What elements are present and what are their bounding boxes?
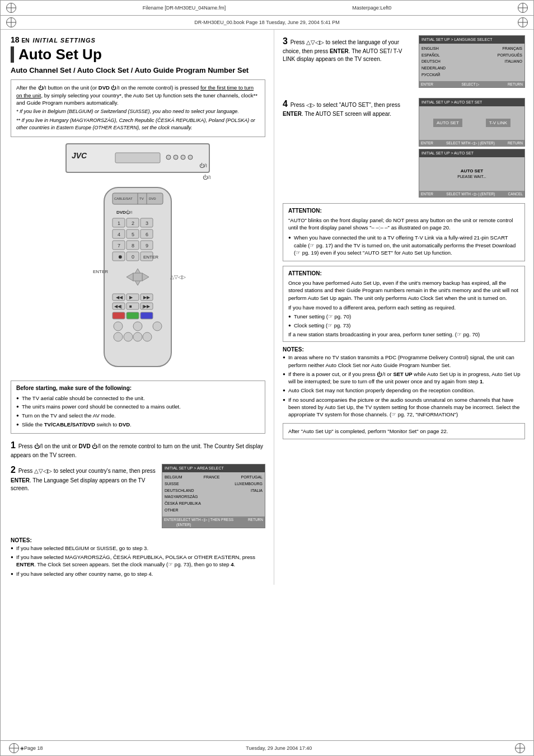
before-item-4: Slide the TV/CABLE/SAT/DVD switch to DVD… [16, 421, 260, 429]
svg-text:7: 7 [118, 243, 120, 248]
svg-rect-62 [140, 312, 153, 319]
svg-point-66 [114, 332, 123, 341]
area-select-screen: INITIAL SET UP > AREA SELECT BELGIUMFRAN… [162, 464, 265, 528]
lang-screen-footer: ENTERSELECT ▷RETURN [419, 81, 524, 87]
svg-rect-60 [113, 312, 125, 319]
second-header: DR-MH30EU_00.book Page 18 Tuesday, June … [1, 16, 533, 30]
attention2-title: ATTENTION: [288, 270, 519, 278]
note-left-1: If you have selected BELGIUM or SUISSE, … [11, 544, 265, 552]
svg-point-64 [133, 322, 142, 331]
notes-right-title: NOTES: [283, 346, 525, 353]
area-screen-body: BELGIUMFRANCEPORTUGAL SUISSELUXEMBOURG D… [162, 472, 265, 516]
right-column: 3 Press △▽◁▷ to select the language of y… [274, 30, 533, 585]
svg-point-69 [143, 332, 152, 341]
attention1-bullets: When you have connected the unit to a TV… [288, 234, 519, 256]
svg-text:|▶▶: |▶▶ [142, 304, 151, 309]
svg-text:▶: ▶ [129, 295, 133, 300]
lang-select-screen: INITIAL SET UP > LANGUAGE SELECT ENGLISH… [419, 35, 525, 88]
lang-screen-header: INITIAL SET UP > LANGUAGE SELECT [419, 36, 524, 44]
second-left-crosshair [6, 17, 16, 27]
section-header: 18 EN INITIAL SETTINGS [11, 35, 265, 44]
footnote2: ** If you live in Hungary (MAGYARORSZÁG)… [16, 117, 260, 131]
svg-text:4: 4 [118, 232, 120, 237]
left-column: 18 EN INITIAL SETTINGS Auto Set Up Auto … [1, 30, 274, 585]
attention-box-2: ATTENTION: Once you have performed Auto … [283, 266, 525, 342]
footer-right-text: Tuesday, 29 June 2004 17:40 [246, 745, 312, 751]
step2-text: Press △▽◁▷ to select your country's name… [11, 468, 156, 491]
top-header: Filename [DR-MH30EU_04Name.fm] Masterpag… [1, 1, 533, 16]
svg-point-68 [133, 332, 142, 341]
svg-text:6: 6 [146, 232, 148, 237]
attention1-bullet1: When you have connected the unit to a TV… [288, 234, 519, 256]
svg-point-5 [181, 155, 185, 159]
note-right-1: In areas where no TV station transmits a… [283, 354, 525, 369]
top-right-crosshair [518, 3, 528, 13]
step-1: 1 Press ⏻/I on the unit or DVD ⏻/I on th… [11, 439, 265, 459]
before-list: The TV aerial cable should be connected … [16, 395, 260, 429]
notes-left-title: NOTES: [11, 537, 265, 543]
masterpage-label: Masterpage:Left0 [352, 5, 391, 11]
section-title: INITIAL SETTINGS [32, 37, 95, 44]
step4-num: 4 [283, 99, 288, 109]
step-2: 2 Press △▽◁▷ to select your country's na… [11, 464, 265, 533]
jvc-device-svg: JVC ⏻/I [65, 143, 210, 173]
bottom-footer: ◈Page 18 Tuesday, 29 June 2004 17:40 [1, 740, 533, 755]
svg-text:9: 9 [146, 243, 148, 248]
autoset-wait-screen: INITIAL SET UP > AUTO SET AUTO SET PLEAS… [419, 149, 525, 198]
svg-text:DVD: DVD [149, 197, 156, 200]
main-content: 18 EN INITIAL SETTINGS Auto Set Up Auto … [1, 30, 533, 585]
svg-text:TV: TV [139, 197, 144, 200]
before-item-3: Turn on the TV and select the AV mode. [16, 412, 260, 420]
step3-num: 3 [283, 36, 288, 46]
attention1-text: "AUTO" blinks on the front display panel… [288, 217, 519, 232]
final-text: After "Auto Set Up" is completed, perfor… [288, 428, 448, 434]
svg-rect-46 [133, 273, 142, 281]
svg-text:⏻/I: ⏻/I [125, 210, 132, 215]
autoset-wait-footer: ENTERSELECT WITH ◁▷ | (ENTER)CANCEL [419, 191, 524, 197]
main-title: Auto Set Up [11, 46, 265, 63]
lang-screen-body: ENGLISHFRANÇAIS ESPAÑOLPORTUGUÊS DEUTSCH… [419, 44, 524, 81]
remote-svg: CABLE/SAT TV DVD DVD ⏻/I 1 2 3 [82, 185, 194, 375]
svg-text:5: 5 [132, 232, 134, 237]
svg-text:△▽◁▷: △▽◁▷ [170, 274, 186, 280]
area-screen-header: INITIAL SET UP > AREA SELECT [162, 464, 265, 472]
remote-illustration: CABLE/SAT TV DVD DVD ⏻/I 1 2 3 [11, 185, 265, 375]
svg-text:8: 8 [132, 243, 134, 248]
svg-text:◀◀: ◀◀ [116, 295, 123, 300]
svg-rect-2 [115, 153, 160, 163]
svg-rect-56 [127, 303, 139, 309]
attention2-bullets: Tuner setting (☞ pg. 70) Clock setting (… [288, 313, 519, 329]
svg-text:0: 0 [132, 254, 134, 260]
before-title: Before starting, make sure of the follow… [16, 384, 260, 393]
svg-text:JVC: JVC [72, 151, 87, 160]
top-left-crosshair [6, 3, 16, 13]
svg-text:1: 1 [118, 220, 120, 226]
step-3: 3 Press △▽◁▷ to select the language of y… [283, 35, 525, 92]
notes-left: NOTES: If you have selected BELGIUM or S… [11, 537, 265, 577]
subtitle: Auto Channel Set / Auto Clock Set / Auto… [11, 66, 265, 76]
svg-text:◀◀|: ◀◀| [114, 304, 122, 309]
svg-text:DVD: DVD [116, 210, 126, 215]
autoset-screen-body: AUTO SET T-V LINK [419, 106, 524, 140]
attention-box-1: ATTENTION: "AUTO" blinks on the front di… [283, 203, 525, 261]
svg-point-67 [124, 332, 133, 341]
notes-right-list: In areas where no TV station transmits a… [283, 354, 525, 418]
attention2-text3: If a new station starts broadcasting in … [288, 331, 519, 338]
before-item-2: The unit's mains power cord should be co… [16, 403, 260, 411]
page-number: 18 [11, 35, 20, 44]
filename-label: Filename [DR-MH30EU_04Name.fm] [143, 5, 226, 11]
en-label: EN [22, 37, 30, 44]
svg-text:⏻/I: ⏻/I [199, 163, 207, 168]
area-screen-footer: ENTERSELECT WITH ◁▷ | THEN PRESS (ENTER)… [162, 516, 265, 528]
notes-left-list: If you have selected BELGIUM or SUISSE, … [11, 544, 265, 577]
note-right-3: Auto Clock Set may not function properly… [283, 387, 525, 394]
attention2-bullet1: Tuner setting (☞ pg. 70) [288, 313, 519, 320]
step4-text: Press ◁▷ to select "AUTO SET", then pres… [283, 102, 400, 117]
svg-text:CABLE/SAT: CABLE/SAT [114, 197, 133, 200]
device-illustration-area: JVC ⏻/I ⏻/I [11, 143, 265, 180]
step-4: 4 Press ◁▷ to select "AUTO SET", then pr… [283, 98, 525, 198]
final-box: After "Auto Set Up" is completed, perfor… [283, 423, 525, 439]
footer-left-text: ◈Page 18 [20, 745, 43, 751]
step3-text: Press △▽◁▷ to select the language of you… [283, 39, 402, 62]
note-left-2: If you have selected MAGYARORSZÁG, ČESKÁ… [11, 553, 265, 569]
